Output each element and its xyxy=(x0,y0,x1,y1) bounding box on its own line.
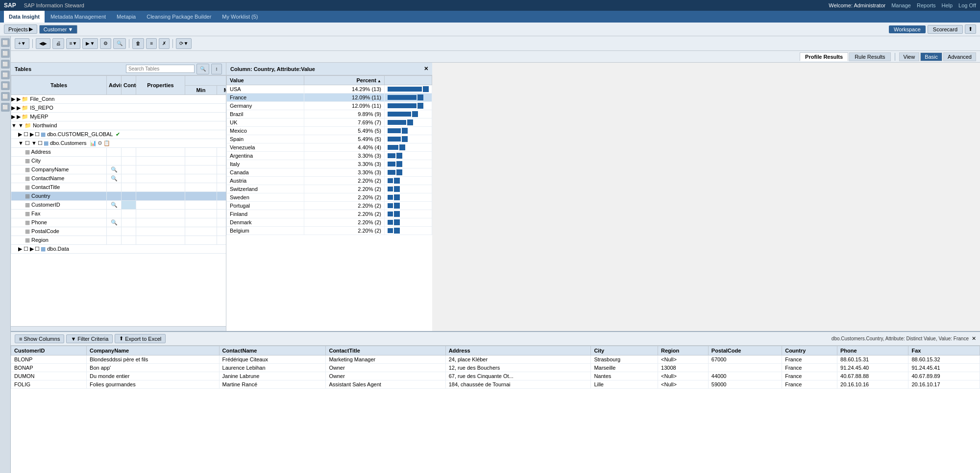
customer-btn[interactable]: Customer ▼ xyxy=(39,25,78,34)
content-type-cell[interactable] xyxy=(122,183,136,192)
table-row[interactable]: ▦ Phone 🔍 xyxy=(11,218,226,227)
checkbox[interactable]: ☐ xyxy=(25,140,30,146)
search-btn[interactable]: 🔍 xyxy=(113,38,126,49)
tab-view[interactable]: View xyxy=(899,52,920,61)
advisor-search-icon[interactable]: 🔍 xyxy=(111,202,118,208)
sidebar-icon-7[interactable]: ⬜ xyxy=(1,103,10,112)
checkbox[interactable]: ☐ xyxy=(24,131,28,137)
content-type-cell[interactable] xyxy=(122,192,136,201)
export-icon-btn[interactable]: ⬆ xyxy=(965,24,976,34)
scorecard-btn[interactable]: Scorecard xyxy=(928,25,963,34)
search-tables-input[interactable] xyxy=(126,65,195,73)
col-name-cell[interactable]: ▦ Phone xyxy=(11,218,107,227)
expand-collapse-icon[interactable]: ▶ xyxy=(18,246,22,252)
value-row[interactable]: Italy 3.30% (3) xyxy=(227,160,432,168)
table-row[interactable]: ▦ CustomerID 🔍 xyxy=(11,201,226,210)
tab-profile-results[interactable]: Profile Results xyxy=(800,52,848,61)
value-row[interactable]: Spain 5.49% (5) xyxy=(227,135,432,143)
table-row[interactable]: ▦ PostalCode xyxy=(11,227,226,236)
table-row[interactable]: ▶ ☐ ▶☐▦ dbo.CUSTOMER_GLOBAL ✔ xyxy=(11,130,226,139)
col-name-cell[interactable]: ▦ Fax xyxy=(11,210,107,218)
table-row[interactable]: ▶ ▶📁 MyERP xyxy=(11,113,226,121)
copy-icon[interactable]: 📋 xyxy=(103,140,110,146)
checkbox[interactable]: ☐ xyxy=(24,246,28,252)
content-type-cell[interactable] xyxy=(122,227,136,236)
content-type-cell[interactable] xyxy=(122,157,136,166)
back-btn[interactable]: ◀▶ xyxy=(36,38,50,49)
expand-icon[interactable]: ▼ xyxy=(18,122,24,128)
checkbox-icon[interactable]: ☐ xyxy=(38,140,43,146)
help-link[interactable]: Help xyxy=(941,2,953,8)
tab-cleansing[interactable]: Cleansing Package Builder xyxy=(142,11,216,23)
table-row[interactable]: ▶ ☐ ▶☐▦ dbo.Data xyxy=(11,245,226,254)
col-name-cell[interactable]: ▦ ContactName xyxy=(11,174,107,183)
tab-data-insight[interactable]: Data Insight xyxy=(4,11,45,23)
value-row[interactable]: Switzerland 2.20% (2) xyxy=(227,185,432,193)
value-row[interactable]: France 12.09% (11) xyxy=(227,94,432,102)
col-name-cell[interactable]: ▦ CompanyName xyxy=(11,166,107,174)
reports-link[interactable]: Reports xyxy=(917,2,936,8)
table-row[interactable]: ▦ ContactTitle xyxy=(11,183,226,192)
col-name-cell[interactable]: ▦ CustomerID xyxy=(11,201,107,210)
expand-icon[interactable]: ▶ xyxy=(17,105,21,111)
tab-metadata[interactable]: Metadata Management xyxy=(46,11,111,23)
table-row[interactable]: ▼ ☐ ▼☐▦ dbo.Customers 📊⚙📋 xyxy=(11,139,226,148)
expand-collapse-icon[interactable]: ▶ xyxy=(18,131,22,137)
table-row[interactable]: ▶ ▶📁 File_Conn xyxy=(11,95,226,104)
expand-collapse-icon[interactable]: ▶ xyxy=(11,96,15,102)
bottom-close-icon[interactable]: ✕ xyxy=(972,335,976,342)
value-row[interactable]: Belgium 2.20% (2) xyxy=(227,227,432,235)
percent-col-header sort-asc[interactable]: Percent xyxy=(304,76,384,85)
value-row[interactable]: Mexico 5.49% (5) xyxy=(227,127,432,135)
col-name-cell[interactable]: ▦ ContactTitle xyxy=(11,183,107,192)
advisor-search-icon[interactable]: 🔍 xyxy=(111,166,118,172)
table-row[interactable]: ▦ City xyxy=(11,157,226,166)
print-btn[interactable]: 🖨 xyxy=(52,38,64,49)
value-row[interactable]: Sweden 2.20% (2) xyxy=(227,193,432,202)
tree-item-cell[interactable]: ▶ ▶📁 MyERP xyxy=(11,113,226,121)
expand-icon[interactable]: ▶ xyxy=(17,114,21,119)
expand-icon[interactable]: ▶ xyxy=(30,131,34,137)
expand-collapse-icon[interactable]: ▼ xyxy=(18,140,24,146)
table-row[interactable]: ▦ CompanyName 🔍 xyxy=(11,166,226,174)
tab-worklist[interactable]: My Worklist (5) xyxy=(217,11,263,23)
expand-collapse-icon[interactable]: ▶ xyxy=(11,105,15,111)
col-name-cell[interactable]: ▦ Region xyxy=(11,236,107,245)
sort-icon-btn[interactable]: ↕ xyxy=(211,64,222,74)
advisor-search-icon[interactable]: 🔍 xyxy=(111,175,118,181)
table-row[interactable]: ▦ ContactName 🔍 xyxy=(11,174,226,183)
checkbox-icon[interactable]: ☐ xyxy=(35,131,40,137)
table-row[interactable]: ▶ ▶📁 IS_REPO xyxy=(11,104,226,113)
content-type-cell[interactable] xyxy=(122,218,136,227)
columns-btn[interactable]: ≡▼ xyxy=(66,38,81,49)
sidebar-icon-2[interactable]: ⬜ xyxy=(1,49,10,58)
cancel-btn[interactable]: ✗ xyxy=(159,38,170,49)
tree-item-cell[interactable]: ▶ ☐ ▶☐▦ dbo.CUSTOMER_GLOBAL ✔ xyxy=(11,130,226,139)
workspace-btn[interactable]: Workspace xyxy=(889,25,926,33)
manage-link[interactable]: Manage xyxy=(891,2,911,8)
sidebar-icon-5[interactable]: ⬜ xyxy=(1,81,10,90)
value-row[interactable]: Argentina 3.30% (3) xyxy=(227,152,432,160)
table-row[interactable]: ▦ Country xyxy=(11,192,226,201)
value-row[interactable]: Venezuela 4.40% (4) xyxy=(227,143,432,152)
tab-metapia[interactable]: Metapia xyxy=(112,11,141,23)
value-row[interactable]: Portugal 2.20% (2) xyxy=(227,202,432,210)
tab-basic[interactable]: Basic xyxy=(920,52,942,61)
add-btn[interactable]: +▼ xyxy=(15,38,29,49)
tab-rule-results[interactable]: Rule Results xyxy=(849,52,890,61)
sidebar-icon-4[interactable]: ⬜ xyxy=(1,71,10,79)
value-row[interactable]: Denmark 2.20% (2) xyxy=(227,218,432,227)
tree-item-cell[interactable]: ▶ ▶📁 IS_REPO xyxy=(11,104,226,113)
content-type-cell[interactable] xyxy=(122,201,136,210)
profile-icon[interactable]: 📊 xyxy=(90,140,97,146)
value-row[interactable]: Austria 2.20% (2) xyxy=(227,177,432,185)
content-type-cell[interactable] xyxy=(122,174,136,183)
value-row[interactable]: Canada 3.30% (3) xyxy=(227,168,432,177)
logoff-link[interactable]: Log Off xyxy=(958,2,976,8)
value-row[interactable]: Finland 2.20% (2) xyxy=(227,210,432,218)
settings-icon[interactable]: ⚙ xyxy=(98,140,102,146)
projects-btn[interactable]: Projects ▶ xyxy=(4,24,37,34)
table-row[interactable]: ▦ Address xyxy=(11,148,226,157)
profile-btn[interactable]: ≡ xyxy=(146,38,157,49)
table-row[interactable]: ▦ Fax xyxy=(11,210,226,218)
